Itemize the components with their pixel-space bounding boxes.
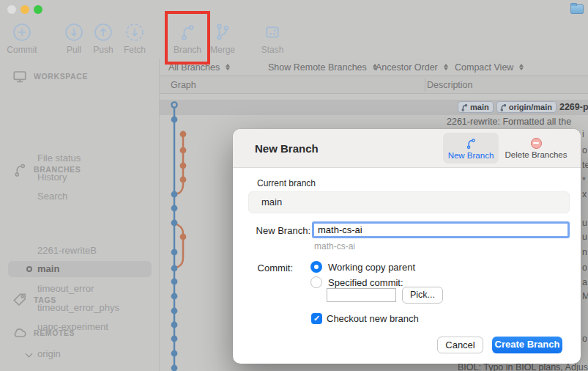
item-label: origin (37, 347, 61, 361)
branch-icon (11, 161, 29, 177)
checkout-new-branch-checkbox[interactable]: ✓ (311, 313, 322, 324)
sidebar-item-main[interactable]: main (8, 261, 152, 277)
current-branch-icon (26, 266, 32, 272)
dropdown-label: All Branches (168, 62, 220, 73)
remote-branches-dropdown[interactable]: Show Remote Branches (268, 59, 377, 76)
push-button[interactable]: Push (87, 22, 119, 55)
create-branch-button[interactable]: Create Branch (492, 337, 562, 353)
tab-label: New Branch (448, 151, 494, 160)
branch-icon (499, 103, 507, 111)
list-column-headers: Graph Description (160, 76, 588, 94)
chevron-down-icon (26, 350, 33, 358)
view-mode-dropdown[interactable]: Compact View (455, 59, 524, 76)
toolbar-label: Stash (261, 45, 284, 55)
section-title: REMOTES (34, 328, 75, 337)
toolbar-label: Branch (174, 45, 201, 55)
specified-commit-input[interactable] (327, 288, 396, 302)
occluded-text: a (582, 277, 587, 287)
graph-column-header[interactable]: Graph (171, 76, 196, 94)
description-column-header[interactable]: Description (427, 76, 473, 94)
radio-specified-commit[interactable] (310, 276, 322, 288)
occluded-text: n (582, 247, 587, 257)
tab-new-branch[interactable]: New Branch (443, 133, 499, 164)
close-window-button[interactable] (7, 5, 16, 14)
badge-label: origin/main (509, 103, 552, 111)
zoom-window-button[interactable] (34, 5, 42, 14)
branch-icon (178, 22, 198, 42)
commit-label: Commit: (240, 262, 293, 273)
sidebar-section-branches: BRANCHES (0, 161, 160, 177)
sidebar-section-workspace: WORKSPACE (0, 68, 160, 84)
branch-icon (461, 103, 469, 111)
commit-graph[interactable] (160, 94, 233, 371)
current-branch-label: Current branch (257, 178, 316, 188)
dropdown-label: Ancestor Order (376, 62, 438, 73)
dropdown-label: Compact View (455, 62, 513, 73)
toolbar-label: Commit (7, 45, 37, 55)
item-label: 2261-rewriteB (37, 243, 97, 258)
sidebar-item-search[interactable]: Search (0, 189, 160, 204)
tab-label: Delete Branches (505, 150, 567, 159)
title-bar (0, 0, 588, 21)
desktop-folder-icon (570, 4, 584, 14)
radio-label: Specified commit: (328, 277, 403, 288)
occluded-text: o (582, 145, 587, 155)
merge-icon (213, 22, 233, 42)
toolbar-label: Pull (67, 45, 81, 55)
checkbox-label: Checkout new branch (327, 313, 419, 324)
occluded-text: x (582, 189, 587, 199)
dropdown-label: Show Remote Branches (268, 62, 367, 73)
new-branch-dialog: New Branch New Branch Delete Branches Cu… (233, 129, 581, 364)
folder-tab (570, 3, 577, 6)
occluded-text: i (582, 129, 584, 139)
plus-circle-icon (12, 22, 32, 42)
merge-button[interactable]: Merge (205, 22, 240, 55)
occluded-text: M (582, 291, 588, 301)
occluded-text: te (582, 160, 588, 170)
cancel-button[interactable]: Cancel (437, 337, 483, 353)
branch-badge-main[interactable]: main (458, 101, 494, 113)
toolbar-label: Merge (210, 45, 235, 55)
minimize-window-button[interactable] (21, 5, 29, 14)
minus-circle-icon (531, 138, 542, 149)
commit-title: 2269-pa (559, 102, 588, 112)
stepper-icon (519, 64, 524, 70)
commit-message[interactable]: 2261-rewrite: Formatted all the (447, 117, 571, 127)
fetch-button[interactable]: Fetch (117, 22, 152, 55)
section-title: WORKSPACE (34, 72, 88, 81)
arrow-up-circle-icon (94, 22, 113, 42)
occluded-text: u (582, 232, 587, 242)
branch-badge-origin-main[interactable]: origin/main (496, 101, 557, 113)
sidebar-item-origin[interactable]: origin (0, 347, 160, 361)
item-label: Search (37, 189, 67, 204)
radio-working-copy-parent[interactable] (310, 261, 322, 273)
radio-label: Working copy parent (328, 262, 415, 273)
stash-icon (263, 22, 283, 42)
tab-delete-branches[interactable]: Delete Branches (501, 133, 571, 164)
toolbar-label: Push (93, 45, 113, 55)
display-icon (11, 68, 29, 84)
new-branch-input[interactable] (312, 221, 570, 238)
new-branch-label: New Branch: (240, 225, 310, 236)
branch-filter-dropdown[interactable]: All Branches (168, 59, 230, 76)
pull-button[interactable]: Pull (58, 22, 90, 55)
stash-button[interactable]: Stash (253, 22, 291, 55)
dialog-header: New Branch New Branch Delete Branches (233, 129, 581, 168)
commit-button[interactable]: Commit (3, 22, 41, 55)
order-dropdown[interactable]: Ancestor Order (376, 59, 448, 76)
occluded-text: o (582, 262, 587, 273)
arrow-down-dashed-circle-icon (125, 22, 145, 42)
section-title: BRANCHES (34, 165, 81, 174)
toolbar: Commit Pull Push Fetch (0, 21, 588, 59)
pick-commit-button[interactable]: Pick... (402, 287, 443, 304)
sidebar: WORKSPACE File status History Search BRA… (0, 59, 160, 371)
branch-button[interactable]: Branch (167, 22, 208, 55)
cloud-icon (11, 325, 29, 341)
column-divider[interactable] (425, 78, 425, 92)
stepper-icon (444, 64, 448, 70)
branch-badges: main origin/main 2269-pa (458, 101, 588, 113)
arrow-down-circle-icon (64, 22, 84, 42)
sidebar-item-2261-rewriteB[interactable]: 2261-rewriteB (0, 243, 160, 258)
filter-bar: All Branches Show Remote Branches Ancest… (160, 59, 588, 76)
sidebar-section-tags: TAGS (0, 292, 160, 308)
